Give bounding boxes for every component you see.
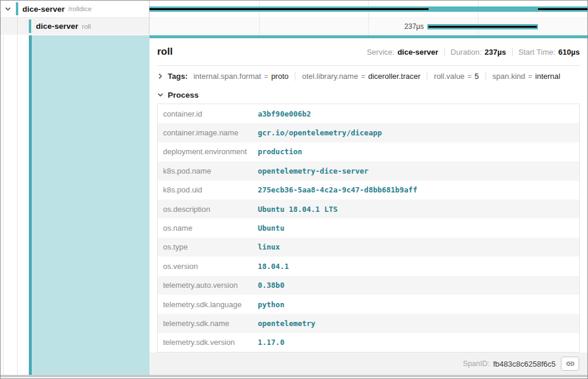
process-row: k8s.pod.name opentelemetry-dice-server [158, 161, 579, 180]
process-value: 275ecb36-5aa8-4c2a-9c47-d8bb681b9aff [258, 185, 417, 194]
indent-guide [17, 18, 18, 35]
process-key: k8s.pod.uid [158, 185, 258, 194]
process-row: os.name Ubuntu [158, 218, 579, 237]
span-bar-roll[interactable] [427, 24, 538, 29]
tags-accordion[interactable]: Tags: internal.span.format = proto otel.… [157, 66, 580, 87]
tags-label: Tags: [168, 72, 188, 81]
span-meta: Service: dice-server Duration: 237µs Sta… [367, 48, 580, 56]
span-duration-label: 237µs [150, 22, 424, 31]
spanid-label: SpanID: [463, 360, 490, 368]
tag-value: proto [271, 72, 289, 81]
process-value: opentelemetry [258, 319, 315, 328]
process-value: 0.38b0 [258, 281, 284, 290]
operation-name: roll [82, 23, 91, 30]
link-icon [566, 359, 575, 368]
tag-item: span.kind = internal [493, 72, 560, 81]
tag-item: internal.span.format = proto [194, 72, 289, 81]
start-time-label: Start Time: [519, 48, 556, 56]
process-value: opentelemetry-dice-server [258, 167, 368, 175]
process-label: Process [168, 91, 199, 99]
timeline-panel: 237µs [150, 1, 587, 35]
operation-name: /rolldice [68, 5, 92, 12]
critical-path-segment [150, 8, 428, 10]
duration-label: Duration: [451, 48, 482, 56]
chevron-down-icon [157, 92, 164, 98]
process-value: linux [258, 242, 280, 251]
process-accordion[interactable]: Process [157, 87, 580, 104]
tag-key: otel.library.name [302, 72, 358, 81]
process-key: container.id [158, 109, 258, 118]
tag-equals: = [264, 72, 268, 81]
time-gridline [478, 1, 479, 35]
span-detail-footer: SpanID: fb483c8c6258f6c5 [150, 353, 587, 375]
process-value: 1.17.0 [258, 338, 284, 347]
tag-key: span.kind [493, 72, 526, 81]
chevron-right-icon [157, 73, 164, 79]
process-row: k8s.pod.uid 275ecb36-5aa8-4c2a-9c47-d8bb… [158, 181, 579, 200]
process-value: 18.04.1 [258, 262, 289, 271]
process-key: deployment.environment [158, 147, 258, 156]
process-key: k8s.pod.name [158, 167, 258, 175]
process-value: gcr.io/opentelemetry/diceapp [258, 128, 382, 137]
process-row: os.type linux [158, 238, 579, 257]
process-key: os.description [158, 205, 258, 214]
detail-header: roll Service: dice-server Duration: 237µ… [157, 38, 580, 66]
chevron-down-icon [5, 6, 11, 12]
service-name: dice-server [22, 5, 65, 14]
deep-link-button[interactable] [561, 357, 579, 371]
divider [295, 72, 295, 81]
divider [427, 72, 427, 81]
span-row-roll[interactable]: dice-server roll [1, 18, 149, 35]
span-tree-offset [1, 35, 150, 375]
divider [486, 72, 486, 81]
critical-path-segment [538, 8, 587, 10]
process-value: Ubuntu [258, 224, 284, 232]
process-row: telemetry.auto.version 0.38b0 [158, 276, 579, 295]
process-row: container.id a3bf90e006b2 [158, 104, 579, 123]
indent-guide [17, 35, 18, 375]
tag-value: 5 [474, 72, 479, 81]
span-bar-rolldice[interactable] [150, 6, 587, 12]
tag-item: roll.value = 5 [434, 72, 479, 81]
process-key: container.image.name [158, 128, 258, 137]
process-row: os.description Ubuntu 18.04.1 LTS [158, 200, 579, 218]
process-value: production [258, 147, 302, 156]
tag-key: internal.span.format [194, 72, 261, 81]
process-key: telemetry.auto.version [158, 281, 258, 290]
process-row: os.version 18.04.1 [158, 257, 579, 275]
collapse-toggle[interactable] [4, 6, 12, 12]
process-row: telemetry.sdk.name opentelemetry [158, 314, 579, 333]
tag-item: otel.library.name = diceroller.tracer [302, 72, 420, 81]
process-value: a3bf90e006b2 [258, 109, 311, 118]
process-row: telemetry.sdk.language python [158, 295, 579, 314]
jaeger-trace-window: dice-server /rolldice dice-server roll 2… [0, 0, 588, 379]
spanid-value: fb483c8c6258f6c5 [493, 360, 556, 368]
span-detail-panel: roll Service: dice-server Duration: 237µ… [150, 35, 587, 375]
process-kv-table: container.id a3bf90e006b2 container.imag… [157, 104, 580, 353]
start-time-value: 610µs [559, 48, 580, 56]
indent-guide [3, 35, 4, 375]
process-value: Ubuntu 18.04.1 LTS [258, 205, 337, 214]
span-name-panel: dice-server /rolldice dice-server roll [1, 1, 150, 35]
window-bottom-strip [1, 375, 587, 377]
process-key: os.name [158, 224, 258, 232]
tag-equals: = [361, 72, 365, 81]
span-color-fill [32, 35, 150, 375]
tag-equals: = [467, 72, 471, 81]
service-label: Service: [367, 48, 394, 56]
tag-equals: = [528, 72, 532, 81]
service-name: dice-server [36, 22, 78, 31]
process-key: os.type [158, 242, 258, 251]
duration-value: 237µs [484, 48, 506, 56]
process-key: os.version [158, 262, 258, 271]
process-row: telemetry.sdk.version 1.17.0 [158, 333, 579, 352]
process-key: telemetry.sdk.language [158, 300, 258, 309]
tag-value: internal [535, 72, 560, 81]
process-row: container.image.name gcr.io/opentelemetr… [158, 123, 579, 142]
service-value: dice-server [397, 48, 438, 56]
span-color-bar [29, 19, 31, 33]
tag-key: roll.value [434, 72, 464, 81]
divider [444, 48, 445, 56]
span-color-bar [16, 2, 18, 15]
span-row-rolldice[interactable]: dice-server /rolldice [1, 1, 149, 18]
